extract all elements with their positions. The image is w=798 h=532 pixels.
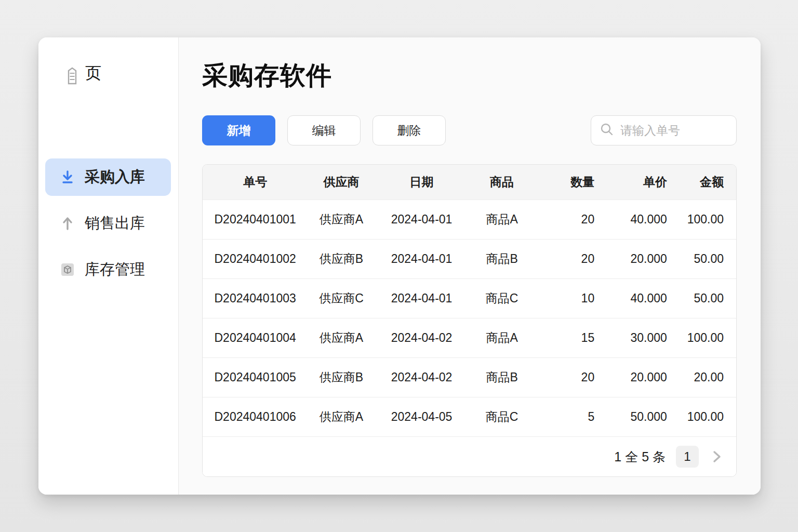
table-cell: 40.000 [603,200,675,239]
table-cell: 100.00 [675,318,736,357]
table-cell: 商品A [468,318,535,357]
toolbar: 新增 编辑 删除 [202,115,737,145]
table-cell: 15 [536,318,603,357]
table-cell: 2024-04-05 [375,397,469,436]
table-cell: 供应商B [308,357,375,397]
column-header-0: 单号 [203,165,308,200]
table-cell: 2024-04-02 [375,318,469,357]
column-header-6: 金额 [675,165,736,200]
table-cell: 商品A [468,200,535,239]
table-row[interactable]: D20240401003供应商C2024-04-01商品C1040.00050.… [203,278,736,318]
table-cell: 10 [536,278,603,318]
sidebar: 页 采购入库销售出库库存管理 [38,37,179,495]
table-row[interactable]: D20240401001供应商A2024-04-01商品A2040.000100… [203,200,736,239]
table-cell: 20 [536,200,603,239]
building-icon [64,68,81,84]
download-icon [59,169,76,185]
table-cell: 2024-04-01 [375,278,469,318]
sidebar-item-1[interactable]: 销售出库 [45,205,171,242]
table-cell: D20240401004 [203,318,308,357]
table-cell: 100.00 [675,397,736,436]
table-cell: D20240401006 [203,397,308,436]
table-cell: D20240401003 [203,278,308,318]
table-cell: 商品C [468,278,535,318]
sidebar-nav: 采购入库销售出库库存管理 [45,158,171,288]
page-title: 采购存软件 [202,59,737,93]
search-box[interactable] [591,115,737,145]
table-cell: 2024-04-01 [375,239,469,278]
table-cell: 商品B [468,239,535,278]
table-cell: 5 [536,397,603,436]
pagination-summary: 1 全 5 条 [614,448,666,466]
add-button[interactable]: 新增 [202,115,275,145]
main-content: 采购存软件 新增 编辑 删除 单号供应商日期商品数量单价金额 D20240401… [179,37,761,495]
table-cell: 40.000 [603,278,675,318]
table-body: D20240401001供应商A2024-04-01商品A2040.000100… [203,200,736,436]
table-cell: 30.000 [603,318,675,357]
search-input[interactable] [620,124,761,138]
table-row[interactable]: D20240401002供应商B2024-04-01商品B2020.00050.… [203,239,736,278]
sidebar-item-0[interactable]: 采购入库 [45,158,171,196]
table-row[interactable]: D20240401005供应商B2024-04-02商品B2020.00020.… [203,357,736,397]
table-cell: D20240401001 [203,200,308,239]
table-cell: 20 [536,239,603,278]
sidebar-item-2[interactable]: 库存管理 [45,251,171,288]
table-cell: 供应商B [308,239,375,278]
column-header-1: 供应商 [308,165,375,200]
table-row[interactable]: D20240401006供应商A2024-04-05商品C550.000100.… [203,397,736,436]
edit-button[interactable]: 编辑 [287,115,361,145]
table-cell: 商品C [468,397,535,436]
chevron-right-icon[interactable] [709,446,725,468]
table-cell: 2024-04-01 [375,200,469,239]
table-row[interactable]: D20240401004供应商A2024-04-02商品A1530.000100… [203,318,736,357]
table-cell: 商品B [468,357,535,397]
table-cell: 20.00 [675,357,736,397]
sidebar-item-label: 销售出库 [85,213,145,234]
sidebar-item-home[interactable]: 页 [64,62,101,84]
table-cell: 20.000 [603,357,675,397]
search-icon [600,123,614,138]
box-icon [59,261,76,278]
table-cell: 20 [536,357,603,397]
table-header-row: 单号供应商日期商品数量单价金额 [203,165,736,200]
table-cell: 100.00 [675,200,736,239]
pagination: 1 全 5 条 1 [203,436,736,476]
table-cell: 供应商A [308,397,375,436]
table-cell: 2024-04-02 [375,357,469,397]
table-cell: 50.00 [675,239,736,278]
column-header-3: 商品 [468,165,535,200]
table-cell: D20240401005 [203,357,308,397]
table-cell: D20240401002 [203,239,308,278]
page-number-button[interactable]: 1 [676,446,699,468]
table-cell: 供应商A [308,200,375,239]
column-header-4: 数量 [536,165,603,200]
table-cell: 20.000 [603,239,675,278]
table-cell: 供应商A [308,318,375,357]
sidebar-home-label: 页 [85,62,101,84]
table-cell: 供应商C [308,278,375,318]
delete-button[interactable]: 删除 [373,115,446,145]
arrow-up-icon [59,215,76,232]
sidebar-item-label: 采购入库 [85,167,145,188]
orders-table-card: 单号供应商日期商品数量单价金额 D20240401001供应商A2024-04-… [202,164,737,477]
app-window: 页 采购入库销售出库库存管理 采购存软件 新增 编辑 删除 单号 [38,37,761,495]
sidebar-item-label: 库存管理 [85,259,145,280]
orders-table: 单号供应商日期商品数量单价金额 D20240401001供应商A2024-04-… [203,165,736,436]
column-header-2: 日期 [375,165,469,200]
table-cell: 50.00 [675,278,736,318]
column-header-5: 单价 [603,165,675,200]
table-cell: 50.000 [603,397,675,436]
